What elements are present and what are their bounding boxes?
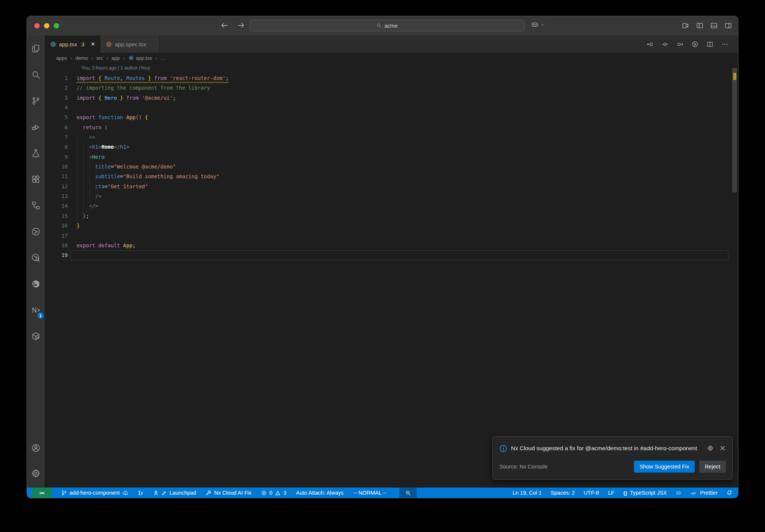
- status-eol[interactable]: LF: [608, 488, 614, 498]
- line-number: 16: [45, 221, 68, 231]
- activity-bar-top: 1: [27, 35, 45, 435]
- code-line[interactable]: 17: [45, 231, 738, 241]
- activity-project-graph[interactable]: [27, 219, 45, 245]
- indent-guide: [83, 142, 84, 221]
- toggle-sidebar-icon[interactable]: [696, 22, 704, 30]
- breadcrumb-item[interactable]: src: [96, 55, 103, 61]
- minimize-window-button[interactable]: [44, 23, 49, 28]
- code-line[interactable]: 19: [45, 250, 738, 260]
- status-label: 0: [269, 490, 272, 496]
- maximize-window-button[interactable]: [54, 23, 59, 28]
- breadcrumb-item[interactable]: app: [112, 55, 120, 61]
- breadcrumb-item[interactable]: apps: [56, 55, 67, 61]
- status-remote[interactable]: ><: [32, 488, 52, 498]
- copilot-menu[interactable]: [531, 21, 545, 28]
- gear-icon: [31, 468, 41, 478]
- customize-layout-icon[interactable]: [682, 22, 690, 30]
- code-line[interactable]: 6 return (: [45, 123, 738, 132]
- editor-scrollbar[interactable]: [731, 63, 738, 488]
- toggle-secondary-sidebar-icon[interactable]: [724, 22, 732, 30]
- activity-edge-tools[interactable]: [27, 271, 45, 297]
- code-line[interactable]: 8 <h1>Home</h1>: [45, 142, 738, 152]
- breadcrumb-item[interactable]: demo: [75, 55, 88, 61]
- show-suggested-fix-button[interactable]: Show Suggested Fix: [634, 461, 695, 473]
- code-line[interactable]: 7 <>: [45, 132, 738, 142]
- status-cursor-position[interactable]: Ln 19, Col 1: [512, 488, 542, 498]
- status-zoom-indicator[interactable]: [399, 488, 417, 498]
- notification-close-icon[interactable]: [719, 445, 726, 451]
- run-target-icon[interactable]: [691, 41, 699, 48]
- activity-search[interactable]: [27, 62, 45, 88]
- command-center-search[interactable]: acme: [250, 20, 524, 31]
- scrollbar-thumb[interactable]: [732, 68, 737, 192]
- code-line[interactable]: 14 </>: [45, 201, 738, 211]
- status-problems[interactable]: 03: [261, 488, 286, 498]
- line-number: 9: [45, 152, 68, 162]
- debug-icon: [31, 122, 41, 132]
- status-copilot[interactable]: [676, 488, 681, 498]
- nav-back-icon[interactable]: [647, 41, 654, 48]
- git-blame-annotation: You, 3 hours ago | 1 author (You): [81, 63, 738, 73]
- code-line[interactable]: 12 cta="Get Started": [45, 182, 738, 191]
- react-icon: [128, 55, 134, 61]
- nav-position-icon[interactable]: [662, 41, 669, 48]
- history-forward-icon[interactable]: [237, 21, 245, 30]
- code-line[interactable]: 15 );: [45, 211, 738, 221]
- status-label: Ln 19, Col 1: [512, 490, 542, 496]
- search-icon: [31, 70, 41, 80]
- code-line[interactable]: 18export default App;: [45, 241, 738, 250]
- code-line[interactable]: 1import { Route, Routes } from 'react-ro…: [45, 73, 738, 83]
- status-formatter[interactable]: Prettier: [690, 488, 718, 498]
- code-line[interactable]: 16}: [45, 221, 738, 231]
- code-line[interactable]: 10 title="Welcmoe @acme/demo": [45, 162, 738, 171]
- activity-explorer[interactable]: [27, 35, 45, 62]
- status-nx-cloud-ai-fix[interactable]: Nx Cloud AI Fix: [206, 488, 251, 498]
- status-vim-mode[interactable]: -- NORMAL --: [353, 488, 387, 498]
- notification-settings-icon[interactable]: [707, 445, 713, 451]
- status-notifications[interactable]: [727, 488, 732, 498]
- toggle-panel-icon[interactable]: [710, 22, 718, 30]
- activity-settings[interactable]: [27, 461, 45, 486]
- status-indentation[interactable]: Spaces: 2: [551, 488, 575, 498]
- code-line[interactable]: 13 />: [45, 191, 738, 201]
- code-line[interactable]: 4: [45, 103, 738, 112]
- copilot-icon: [676, 490, 681, 496]
- activity-extensions[interactable]: [27, 166, 45, 192]
- status-commit-graph[interactable]: [138, 488, 143, 498]
- line-number: 14: [45, 201, 68, 211]
- activity-project-details[interactable]: [27, 192, 45, 219]
- nav-forward-icon[interactable]: [676, 41, 684, 48]
- status-language-mode[interactable]: {}TypeScript JSX: [623, 488, 667, 498]
- activity-testing[interactable]: [27, 140, 45, 166]
- activity-nx-console[interactable]: 1: [27, 297, 45, 323]
- breadcrumb-more[interactable]: …: [161, 55, 166, 61]
- history-back-icon[interactable]: [220, 21, 229, 30]
- tab-app.spec.tsx[interactable]: app.spec.tsx: [100, 35, 159, 53]
- status-encoding[interactable]: UTF-8: [584, 488, 599, 498]
- code-line[interactable]: 3import { Hero } from '@acme/ui';: [45, 93, 738, 103]
- status-launchpad[interactable]: Launchpad: [153, 488, 196, 498]
- tab-app.tsx[interactable]: app.tsx3✕: [45, 35, 100, 53]
- breadcrumb-file[interactable]: app.tsx: [128, 55, 152, 61]
- reject-button[interactable]: Reject: [699, 461, 726, 473]
- zoom-out-icon: [405, 490, 411, 496]
- close-tab-icon[interactable]: ✕: [91, 41, 95, 47]
- code-line[interactable]: 2// importing the component from the lib…: [45, 83, 738, 93]
- activity-source-control[interactable]: [27, 88, 45, 114]
- code-line[interactable]: 5export function App() {: [45, 112, 738, 122]
- code-line[interactable]: 11 subtitle="Build something amazing tod…: [45, 171, 738, 181]
- activity-accounts[interactable]: [27, 435, 45, 461]
- window-controls: [34, 23, 59, 28]
- code-line[interactable]: 9 <Hero: [45, 152, 738, 162]
- status-auto-attach[interactable]: Auto Attach: Always: [296, 488, 343, 498]
- close-window-button[interactable]: [34, 23, 40, 28]
- more-actions-icon[interactable]: [721, 41, 728, 48]
- tab-bar-tabs: app.tsx3✕app.spec.tsx: [45, 35, 159, 53]
- code-editor[interactable]: You, 3 hours ago | 1 author (You) 1impor…: [45, 63, 738, 488]
- split-editor-icon[interactable]: [706, 41, 713, 48]
- double-check-icon: [690, 490, 697, 496]
- activity-graph-explorer[interactable]: [27, 245, 45, 271]
- activity-package-explorer[interactable]: [27, 323, 45, 349]
- status-git-branch[interactable]: add-hero-component: [61, 488, 128, 498]
- activity-run-and-debug[interactable]: [27, 114, 45, 140]
